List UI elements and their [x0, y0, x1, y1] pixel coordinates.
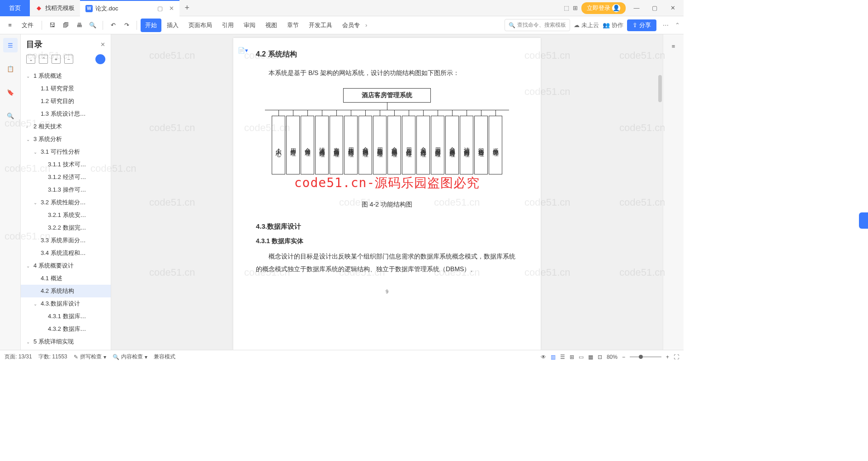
search-input[interactable]: 🔍 查找命令、搜索模板	[505, 19, 570, 31]
saveas-icon[interactable]: 🗐	[59, 19, 72, 32]
outline-item[interactable]: 3.3 系统界面分…	[21, 234, 111, 247]
zoom-thumb[interactable]	[639, 355, 643, 359]
cloud-status[interactable]: ☁ 未上云	[574, 21, 599, 29]
more-icon[interactable]: ⋯	[660, 22, 671, 28]
collab-button[interactable]: 👥 协作	[603, 21, 623, 29]
view-web-icon[interactable]: ⊞	[570, 354, 574, 360]
menu-icon[interactable]: ≡	[4, 19, 16, 32]
outline-label: 3.2.1 系统安…	[48, 211, 86, 219]
outline-item[interactable]: ⌄3.2 系统性能分…	[21, 196, 111, 209]
sync-icon[interactable]	[95, 54, 105, 64]
outline-label: 1.1 研究背景	[41, 85, 74, 93]
menu-member[interactable]: 会员专	[338, 19, 364, 32]
outline-item[interactable]: 1.1 研究背景	[21, 82, 111, 95]
menu-more-icon[interactable]: ›	[365, 22, 367, 28]
outline-item[interactable]: 3.2.1 系统安…	[21, 209, 111, 221]
outline-item[interactable]: 4.2 系统结构	[21, 285, 111, 297]
collapse-all-icon[interactable]: ⌄	[26, 55, 35, 64]
outline-item[interactable]: 4.3.1 数据库…	[21, 310, 111, 323]
page-format-icon[interactable]: 📄▾	[238, 47, 248, 54]
minimize-button[interactable]: —	[629, 2, 644, 14]
clipboard-rail-button[interactable]: 📋	[3, 61, 18, 76]
apps-icon[interactable]: ⊞	[573, 5, 578, 11]
outline-item[interactable]: 3.1.2 经济可…	[21, 171, 111, 183]
tab-present-icon[interactable]: ▢	[157, 5, 163, 12]
close-icon[interactable]: ✕	[100, 41, 105, 48]
outline-item[interactable]: ⌄1 系统概述	[21, 70, 111, 82]
menu-insert[interactable]: 插入	[162, 19, 183, 32]
close-icon[interactable]: ✕	[169, 5, 174, 12]
tab-document[interactable]: W 论文.doc ▢ ✕	[80, 0, 179, 16]
chevron-icon: ⌄	[26, 263, 32, 268]
right-rail: ≡	[663, 34, 684, 350]
menu-review[interactable]: 审阅	[239, 19, 260, 32]
scrollbar-thumb[interactable]	[658, 75, 662, 102]
fullscreen-icon[interactable]: ⛶	[674, 354, 679, 360]
outline-item[interactable]: 3.1.1 技术可…	[21, 158, 111, 171]
new-tab-button[interactable]: +	[179, 3, 195, 13]
outline-item[interactable]: 3.1.3 操作可…	[21, 183, 111, 196]
outline-rail-button[interactable]: ☰	[3, 38, 18, 52]
spellcheck-button[interactable]: ✎拼写检查 ▾	[74, 353, 106, 361]
diagram-child: 清扫房间管理	[460, 110, 473, 174]
expand-all-icon[interactable]: ⌃	[39, 55, 48, 64]
print-icon[interactable]: 🖶	[73, 19, 85, 32]
maximize-button[interactable]: ▢	[647, 2, 662, 14]
page-count[interactable]: 页面: 13/31	[5, 353, 32, 361]
view-page-icon[interactable]: ▥	[551, 354, 556, 360]
view-focus-icon[interactable]: ▦	[588, 354, 593, 360]
outline-item[interactable]: 1.3 系统设计思…	[21, 108, 111, 120]
outline-item[interactable]: 3.2.2 数据完…	[21, 221, 111, 234]
zoom-in-button[interactable]: +	[666, 354, 669, 360]
collapse-icon[interactable]: ⌃	[675, 22, 680, 28]
compat-mode[interactable]: 兼容模式	[154, 353, 175, 361]
menu-file[interactable]: 文件	[17, 19, 38, 32]
view-outline-icon[interactable]: ☰	[560, 354, 565, 360]
share-button[interactable]: ⇪ 分享	[627, 19, 656, 31]
outline-item[interactable]: ›2 相关技术	[21, 120, 111, 133]
layout-icon[interactable]: ⬚	[564, 5, 569, 11]
menu-layout[interactable]: 页面布局	[184, 19, 217, 32]
statusbar: 页面: 13/31 字数: 11553 ✎拼写检查 ▾ 🔍内容检查 ▾ 兼容模式…	[0, 350, 684, 363]
zoom-out-button[interactable]: −	[622, 354, 625, 360]
diagram-child: 用户取消管理	[373, 110, 387, 174]
search-rail-button[interactable]: 🔍	[3, 108, 18, 123]
diagram-child: 个人中心	[272, 110, 285, 174]
outline-item[interactable]: 3.4 系统流程和…	[21, 247, 111, 259]
outline-item[interactable]: 1.2 研究目的	[21, 95, 111, 108]
zoom-value[interactable]: 80%	[607, 354, 618, 360]
menu-view[interactable]: 视图	[261, 19, 282, 32]
menu-start[interactable]: 开始	[141, 19, 161, 32]
outline-item[interactable]: ⌄4.3.数据库设计	[21, 297, 111, 310]
save-icon[interactable]: 🖫	[46, 19, 58, 32]
diagram-child: 用户管理	[286, 110, 300, 174]
diagram-root: 酒店客房管理系统	[343, 88, 431, 103]
print-preview-icon[interactable]: 🔍	[86, 19, 99, 32]
redo-icon[interactable]: ↷	[120, 19, 133, 32]
bookmark-rail-button[interactable]: 🔖	[3, 85, 18, 99]
undo-icon[interactable]: ↶	[107, 19, 119, 32]
outline-item[interactable]: 4.1 概述	[21, 272, 111, 285]
outline-item[interactable]: ⌄3.1 可行性分析	[21, 146, 111, 158]
tab-template[interactable]: ◆ 找稻壳模板	[30, 0, 80, 16]
ruler-icon[interactable]: ⊡	[598, 354, 602, 360]
word-count[interactable]: 字数: 11553	[38, 353, 67, 361]
format-rail-button[interactable]: ≡	[666, 39, 681, 53]
add-icon[interactable]: +	[52, 55, 61, 64]
zoom-slider[interactable]	[630, 356, 661, 358]
menu-ref[interactable]: 引用	[217, 19, 238, 32]
outline-item[interactable]: 4.3.2 数据库…	[21, 323, 111, 335]
menu-dev[interactable]: 开发工具	[304, 19, 337, 32]
remove-icon[interactable]: −	[64, 55, 73, 64]
document-area[interactable]: 📄▾ 4.2 系统结构 本系统是基于 B/S 架构的网站系统，设计的功能结构图如…	[111, 34, 663, 350]
content-check-button[interactable]: 🔍内容检查 ▾	[113, 353, 147, 361]
login-button[interactable]: 立即登录 👤	[581, 2, 626, 14]
view-read-icon[interactable]: ▭	[579, 354, 584, 360]
eye-icon[interactable]: 👁	[541, 354, 546, 360]
tab-home[interactable]: 首页	[0, 0, 30, 16]
outline-item[interactable]: ⌄3 系统分析	[21, 133, 111, 146]
close-button[interactable]: ✕	[665, 2, 680, 14]
menu-chapter[interactable]: 章节	[283, 19, 303, 32]
outline-item[interactable]: ⌄4 系统概要设计	[21, 259, 111, 272]
outline-item[interactable]: ⌄5 系统详细实现	[21, 335, 111, 348]
